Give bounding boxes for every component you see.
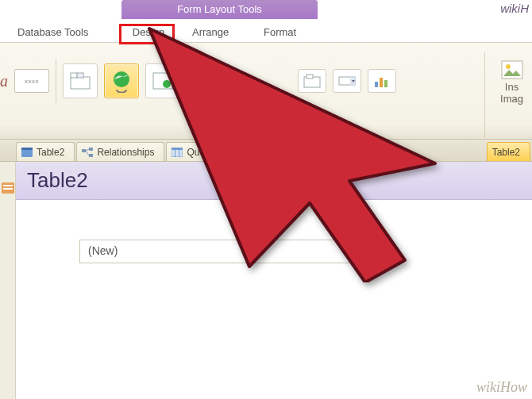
watermark: wikiHow [476,379,527,396]
label-control-icon[interactable]: a [0,72,8,90]
app-title: wikiH [500,2,529,15]
relationships-icon [82,148,93,157]
object-tab-label: Table2 [492,147,520,158]
svg-rect-1 [71,73,77,78]
textbox-control-icon[interactable]: xxxx [14,69,49,93]
object-tab-label: Table2 [37,147,64,158]
svg-rect-18 [21,148,33,150]
svg-point-16 [506,64,511,69]
form-title: Table2 [27,168,88,193]
insert-image-label2: Imag [492,93,532,105]
svg-point-3 [114,71,129,87]
svg-rect-21 [89,154,93,157]
svg-rect-20 [89,148,93,151]
cursor-arrow-annotation [133,13,467,282]
object-tab-form-table2[interactable]: Table2 [487,142,530,161]
svg-rect-19 [82,149,86,152]
svg-rect-27 [3,185,13,186]
tab-control-icon[interactable] [63,63,98,98]
record-selector-gutter [0,162,16,399]
insert-image-label1: Ins [492,81,532,93]
tab-database-tools[interactable]: Database Tools [10,22,96,43]
ribbon-divider [56,59,56,103]
image-icon [501,60,523,79]
svg-rect-2 [77,73,83,78]
object-tab-table2[interactable]: Table2 [16,142,75,161]
insert-image-group[interactable]: Ins Imag [484,52,532,138]
svg-rect-0 [71,77,90,89]
table-icon [21,148,33,157]
form-icon [2,182,14,194]
svg-rect-28 [3,188,13,190]
